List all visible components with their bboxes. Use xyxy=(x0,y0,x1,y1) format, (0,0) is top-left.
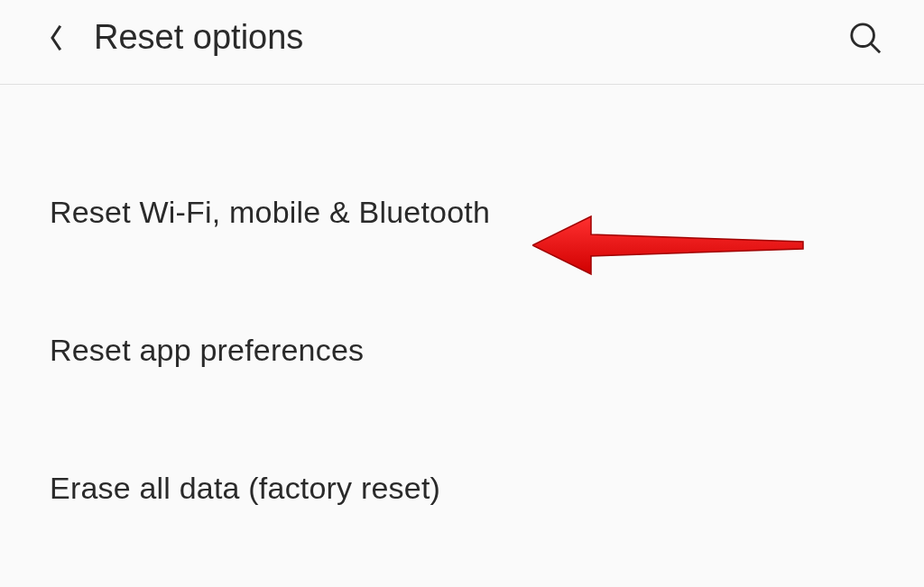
list-item-label: Erase all data (factory reset) xyxy=(50,471,440,505)
reset-app-preferences[interactable]: Reset app preferences xyxy=(0,313,924,388)
svg-line-1 xyxy=(872,43,881,52)
search-icon[interactable] xyxy=(847,20,883,56)
list-item-label: Reset Wi-Fi, mobile & Bluetooth xyxy=(50,195,490,229)
options-list: Reset Wi-Fi, mobile & Bluetooth Reset ap… xyxy=(0,85,924,526)
header-bar: Reset options xyxy=(0,0,924,85)
svg-point-0 xyxy=(852,23,874,46)
erase-all-data[interactable]: Erase all data (factory reset) xyxy=(0,451,924,526)
back-icon[interactable] xyxy=(45,20,67,56)
list-item-label: Reset app preferences xyxy=(50,333,364,367)
page-title: Reset options xyxy=(94,18,847,57)
reset-wifi-mobile-bluetooth[interactable]: Reset Wi-Fi, mobile & Bluetooth xyxy=(0,175,924,250)
